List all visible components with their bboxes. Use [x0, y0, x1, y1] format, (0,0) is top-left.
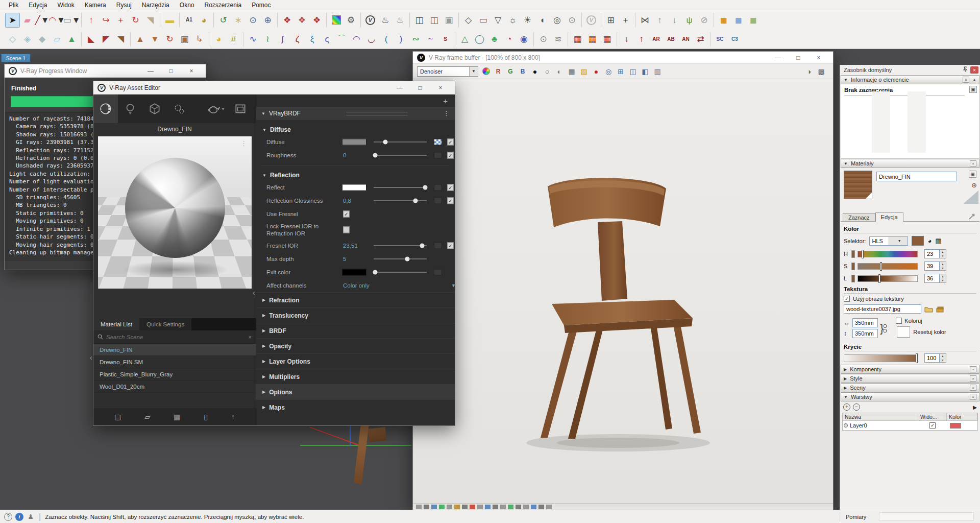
browse-texture-icon[interactable] [924, 306, 933, 313]
arc-segment-tool-button[interactable]: ◠ [349, 32, 364, 46]
zoom-tool-button[interactable]: ⊙ [246, 13, 260, 28]
model-chair-leg[interactable] [354, 422, 370, 484]
tab-settings[interactable] [167, 94, 191, 123]
vray-proxy-import-button[interactable]: ↓ [667, 13, 682, 28]
param-value[interactable]: 0 [343, 152, 346, 158]
alpha-view-button[interactable]: ○ [542, 66, 553, 77]
texture-slot-button[interactable] [434, 198, 442, 204]
open-curve-tool-button[interactable]: ( [379, 32, 394, 46]
polygon-spline-button[interactable]: △ [457, 32, 472, 46]
purge-unused-button[interactable]: ↑ [231, 413, 235, 421]
asset-editor-title-bar[interactable]: V V-Ray Asset Editor — □ × [93, 81, 455, 94]
eraser-tool-button[interactable]: ▰ [20, 13, 35, 28]
param-slider[interactable] [374, 155, 427, 156]
follow-me-tool-button[interactable]: ↪ [99, 13, 113, 28]
helix-tool-button[interactable]: ≋ [551, 32, 566, 46]
material-list-item-plastic-simple-blurry-gray[interactable]: Plastic_Simple_Blurry_Gray [93, 368, 256, 381]
chevron-down-icon[interactable]: ▼ [41, 16, 50, 25]
stereo-button[interactable]: ◫ [627, 66, 639, 77]
circle-bezier-button[interactable]: ◔ [502, 32, 517, 46]
fredo-rotate-button[interactable]: ◤ [99, 32, 113, 46]
close-section-icon[interactable]: × [963, 77, 969, 83]
pan-tool-button[interactable]: ∗ [231, 13, 246, 28]
blue-channel-button[interactable]: B [517, 66, 528, 77]
chaos-cosmos-green-button[interactable]: ◼ [746, 13, 761, 28]
section-brdf[interactable]: ▶BRDF [256, 323, 455, 338]
swap-axes-button[interactable]: ⇄ [693, 32, 708, 46]
close-section-icon[interactable]: × [970, 385, 976, 391]
menu-item-rysuj[interactable]: Rysuj [112, 1, 136, 10]
soften-edges-3-button[interactable]: ◆ [35, 32, 50, 46]
drag-handle-icon[interactable] [347, 112, 408, 115]
param-value[interactable]: Color only [343, 282, 370, 289]
scene-tab[interactable]: Scene 1 [1, 54, 31, 62]
pin-icon[interactable] [962, 66, 968, 74]
sine-wave-tool-button[interactable]: ∾ [408, 32, 423, 46]
menu-item-rozszerzenia[interactable]: Rozszerzenia [200, 1, 246, 10]
current-color-swatch[interactable] [912, 236, 924, 246]
param-value[interactable]: 0,8 [343, 198, 351, 204]
slider-handle[interactable] [420, 244, 424, 248]
hsl-value-s[interactable] [924, 262, 940, 271]
section-layer-options[interactable]: ▶Layer Options [256, 353, 455, 369]
opacity-field[interactable] [924, 353, 940, 363]
track-mouse-button[interactable]: ◎ [603, 66, 614, 77]
minimize-button[interactable]: — [389, 82, 410, 93]
vfb-mini-icon-18[interactable] [546, 505, 552, 509]
tab-material-list[interactable]: Material List [93, 318, 139, 330]
layers-column-3[interactable]: Kolor [947, 413, 977, 420]
vray-batch-render-button[interactable]: ◫ [427, 13, 442, 28]
vray-dome-light-button[interactable]: ◖ [535, 13, 550, 28]
hsl-slider-h[interactable] [857, 251, 918, 257]
material-resize-button[interactable]: ▦ [585, 32, 600, 46]
texture-slot-button[interactable] [434, 269, 442, 276]
info-icon[interactable]: i [15, 513, 23, 521]
slider-handle[interactable] [413, 199, 418, 203]
vfb-mini-icon-11[interactable] [493, 505, 498, 509]
display-correction-button[interactable]: ◑ [803, 66, 815, 77]
section-refraction[interactable]: ▶Refraction [256, 292, 455, 307]
preview-options-icon[interactable]: ⋮ [240, 139, 248, 147]
section-multipliers[interactable]: ▶Multipliers [256, 369, 455, 384]
close-button[interactable]: × [430, 82, 451, 93]
spin-down-icon[interactable]: ▼ [940, 266, 946, 270]
brdf-options-icon[interactable]: ⋮ [444, 110, 450, 117]
slider-handle[interactable] [878, 274, 880, 283]
section-maps[interactable]: ▶Maps [256, 399, 455, 415]
attribute-up-button[interactable]: ↑ [634, 32, 649, 46]
joint-pushpull-thicken-button[interactable]: ▣ [177, 32, 192, 46]
section-layers[interactable]: ▼ Warstwy × [841, 392, 979, 401]
soften-edges-1-button[interactable]: ◇ [5, 32, 20, 46]
brdf-header[interactable]: ▼ VRayBRDF ⋮ [256, 107, 455, 120]
chaos-cosmos-orange-button[interactable]: ◼ [716, 13, 731, 28]
detach-panel-icon[interactable]: ▣ [969, 171, 976, 178]
vray-vfb-button[interactable]: ◫ [412, 13, 427, 28]
maximize-button[interactable]: □ [410, 82, 430, 93]
selection-memory-button[interactable]: SC [713, 32, 727, 46]
vfb-mini-icon-12[interactable] [500, 505, 506, 509]
green-channel-button[interactable]: G [505, 66, 516, 77]
layers-column-2[interactable]: Wido... [918, 413, 947, 420]
freehand-spline-button[interactable]: ~ [423, 32, 438, 46]
vray-lock-camera-button[interactable]: ▣ [442, 13, 456, 28]
catmull-spline-tool-button[interactable]: ξ [305, 32, 320, 46]
close-section-icon[interactable]: × [970, 375, 976, 382]
param-value[interactable]: 23,51 [343, 243, 358, 249]
active-layer-radio[interactable] [844, 423, 848, 427]
vfb-mini-icon-17[interactable] [538, 505, 544, 509]
add-layer-button[interactable]: + [256, 94, 455, 107]
param-checkbox[interactable]: ✓ [447, 152, 454, 159]
stamp-ar-button[interactable]: AR [649, 32, 664, 46]
chaos-cosmos-blue-button[interactable]: ◼ [731, 13, 746, 28]
layer-visible-checkbox[interactable]: ✓ [929, 422, 936, 429]
section-diffuse[interactable]: ▼Diffuse [256, 124, 455, 135]
slider-handle[interactable] [862, 250, 864, 258]
param-checkbox[interactable]: ✓ [343, 211, 350, 218]
vray-render-last-button[interactable]: ♨ [393, 13, 407, 28]
rectangle-tool-button[interactable]: ▭▼ [64, 13, 79, 28]
vfb-mini-icon-1[interactable] [416, 505, 422, 509]
inverted-arc-tool-button[interactable]: ◡ [364, 32, 379, 46]
create-material-button[interactable]: ⊕ [971, 181, 977, 189]
vertex-edit-button[interactable]: ♣ [487, 32, 502, 46]
mono-view-button[interactable]: ◐ [554, 66, 565, 77]
